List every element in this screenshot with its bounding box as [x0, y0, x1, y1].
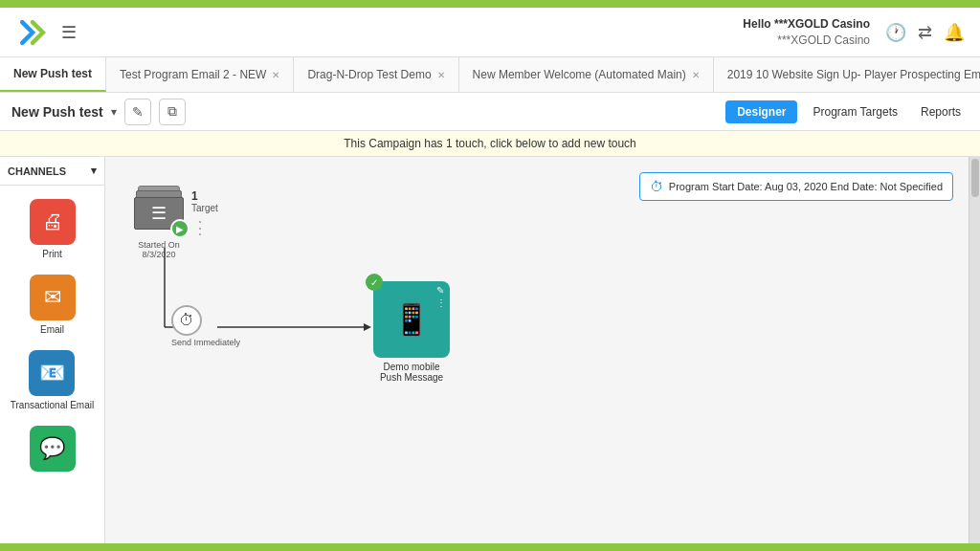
svg-marker-3 [364, 323, 371, 331]
push-card: 📱 ✓ ✎ ⋮ [373, 281, 450, 358]
logo[interactable] [15, 15, 50, 50]
program-date-text: Program Start Date: Aug 03, 2020 End Dat… [669, 181, 943, 192]
share-icon[interactable]: ⇄ [918, 22, 932, 43]
pencil-icon[interactable]: ✎ [436, 285, 446, 296]
print-icon: 🖨 [30, 199, 76, 245]
notification-text: This Campaign has 1 touch, click below t… [344, 137, 636, 150]
transactional-email-icon: 📧 [29, 350, 75, 396]
scrollbar-thumb[interactable] [971, 159, 979, 197]
program-date-badge: ⏱ Program Start Date: Aug 03, 2020 End D… [639, 172, 953, 201]
designer-button[interactable]: Designer [725, 100, 797, 123]
toolbar: New Push test ▾ ✎ ⧉ Designer Program Tar… [0, 93, 980, 131]
close-icon[interactable]: ✕ [692, 70, 700, 80]
chevron-down-icon[interactable]: ▾ [111, 105, 117, 119]
tab-new-push-test[interactable]: New Push test [0, 57, 106, 92]
sidebar-channels-header: CHANNELS ▾ [0, 157, 104, 186]
target-label: Target [191, 203, 218, 213]
tab-label: 2019 10 Website Sign Up- Player Prospect… [727, 68, 980, 81]
email-label: Email [40, 324, 64, 335]
tabs-bar: New Push test Test Program Email 2 - NEW… [0, 57, 980, 93]
sidebar-item-transactional-email[interactable]: 📧 Transactional Email [5, 344, 100, 416]
header: ☰ Hello ***XGOLD Casino ***XGOLD Casino … [0, 8, 980, 57]
check-icon: ✓ [366, 274, 383, 291]
close-icon[interactable]: ✕ [437, 70, 445, 80]
reports-button[interactable]: Reports [913, 100, 969, 123]
header-right: Hello ***XGOLD Casino ***XGOLD Casino 🕐 … [743, 16, 965, 49]
print-label: Print [42, 249, 62, 259]
bell-icon[interactable]: 🔔 [944, 22, 965, 43]
clock-icon[interactable]: 🕐 [885, 22, 906, 43]
canvas-arrows [105, 157, 969, 543]
tab-drag-drop[interactable]: Drag-N-Drop Test Demo ✕ [294, 57, 458, 92]
channels-label: CHANNELS [8, 165, 66, 177]
copy-button[interactable]: ⧉ [159, 99, 186, 125]
header-user: Hello ***XGOLD Casino ***XGOLD Casino [743, 16, 870, 49]
tab-label: New Member Welcome (Automated Main) [473, 68, 686, 81]
campaign-title: New Push test [11, 104, 103, 120]
header-left: ☰ [15, 15, 77, 50]
timer-label: Send Immediately [171, 338, 240, 347]
tab-label: Drag-N-Drop Test Demo [307, 68, 431, 81]
push-card-toolbar: ✎ ⋮ [436, 285, 446, 308]
notification-banner: This Campaign has 1 touch, click below t… [0, 131, 980, 157]
email-icon: ✉ [30, 275, 76, 320]
header-icons: 🕐 ⇄ 🔔 [885, 22, 965, 43]
main-content: CHANNELS ▾ 🖨 Print ✉ Email 📧 Transaction… [0, 157, 980, 543]
sidebar-items: 🖨 Print ✉ Email 📧 Transactional Email 💬 [0, 186, 104, 485]
transactional-email-label: Transactional Email [11, 400, 94, 410]
sidebar: CHANNELS ▾ 🖨 Print ✉ Email 📧 Transaction… [0, 157, 105, 543]
push-message-label: Demo mobilePush Message [373, 362, 450, 383]
timer-node: ⏱ Send Immediately [171, 305, 240, 347]
push-message-node[interactable]: 📱 ✓ ✎ ⋮ Demo mobilePush Message [373, 281, 450, 383]
bottom-border [0, 543, 980, 551]
top-border [0, 0, 980, 8]
close-icon[interactable]: ✕ [272, 70, 279, 80]
tab-label: Test Program Email 2 - NEW [120, 68, 266, 81]
sidebar-item-print[interactable]: 🖨 Print [24, 193, 81, 265]
target-count: 1 [191, 189, 198, 203]
scrollbar[interactable] [969, 157, 980, 543]
target-node: ☰ ▶ Started On8/3/2020 1 Target ⋮ [134, 186, 218, 259]
started-date: 8/3/2020 [142, 250, 175, 259]
calendar-icon: ⏱ [650, 179, 663, 194]
hamburger-menu[interactable]: ☰ [61, 22, 77, 43]
push-icon: 💬 [30, 426, 76, 472]
tab-new-member[interactable]: New Member Welcome (Automated Main) ✕ [459, 57, 714, 92]
more-options-icon[interactable]: ⋮ [191, 217, 209, 238]
tab-2019-website[interactable]: 2019 10 Website Sign Up- Player Prospect… [714, 57, 980, 92]
toolbar-left: New Push test ▾ ✎ ⧉ [11, 99, 186, 125]
sidebar-item-push[interactable]: 💬 [24, 420, 81, 477]
user-greeting: Hello ***XGOLD Casino [743, 16, 870, 33]
app-container: ☰ Hello ***XGOLD Casino ***XGOLD Casino … [0, 8, 980, 543]
program-targets-button[interactable]: Program Targets [805, 100, 904, 123]
sidebar-collapse-icon[interactable]: ▾ [91, 165, 97, 177]
more-icon[interactable]: ⋮ [436, 298, 446, 308]
tab-test-program-email[interactable]: Test Program Email 2 - NEW ✕ [106, 57, 294, 92]
sidebar-item-email[interactable]: ✉ Email [24, 269, 81, 341]
canvas-area: ⏱ Program Start Date: Aug 03, 2020 End D… [105, 157, 969, 543]
tab-label: New Push test [13, 67, 92, 80]
user-company: ***XGOLD Casino [743, 33, 870, 49]
toolbar-right: Designer Program Targets Reports [725, 100, 969, 123]
timer-circle: ⏱ [171, 305, 202, 336]
mobile-icon: 📱 [392, 301, 431, 338]
started-label: Started On8/3/2020 [134, 240, 184, 259]
edit-button[interactable]: ✎ [124, 99, 151, 125]
